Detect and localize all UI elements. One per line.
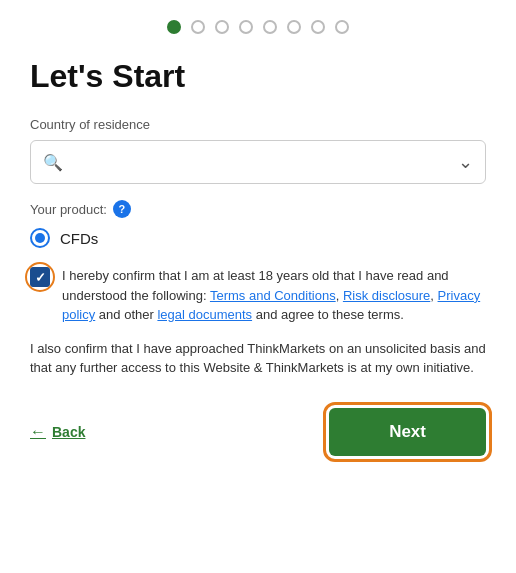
risk-link[interactable]: Risk disclosure — [343, 288, 430, 303]
consent-text-2: I also confirm that I have approached Th… — [30, 339, 486, 378]
checkbox-wrap: ✓ — [30, 267, 50, 287]
radio-cfds-label: CFDs — [60, 230, 98, 247]
step-dot-2 — [191, 20, 205, 34]
legal-link[interactable]: legal documents — [157, 307, 252, 322]
checkmark-icon: ✓ — [35, 271, 46, 284]
back-button[interactable]: ← Back — [30, 423, 85, 441]
back-arrow-icon: ← — [30, 423, 46, 441]
chevron-down-icon: ⌄ — [458, 151, 473, 173]
product-radio-cfds[interactable]: CFDs — [30, 228, 486, 248]
step-dot-6 — [287, 20, 301, 34]
step-dot-3 — [215, 20, 229, 34]
radio-cfds[interactable] — [30, 228, 50, 248]
step-dot-5 — [263, 20, 277, 34]
country-label: Country of residence — [30, 117, 486, 132]
page-title: Let's Start — [30, 58, 486, 95]
product-label-row: Your product: ? — [30, 200, 486, 218]
step-dot-4 — [239, 20, 253, 34]
radio-inner — [35, 233, 45, 243]
consent-row: ✓ I hereby confirm that I am at least 18… — [30, 266, 486, 325]
consent-checkbox[interactable]: ✓ — [30, 267, 50, 287]
search-icon: 🔍 — [43, 153, 63, 172]
footer-row: ← Back Next — [30, 408, 486, 456]
terms-link[interactable]: Terms and Conditions — [210, 288, 336, 303]
country-dropdown[interactable]: 🔍 ⌄ — [30, 140, 486, 184]
help-icon[interactable]: ? — [113, 200, 131, 218]
back-label: Back — [52, 424, 85, 440]
next-button[interactable]: Next — [329, 408, 486, 456]
stepper — [30, 20, 486, 34]
step-dot-7 — [311, 20, 325, 34]
step-dot-8 — [335, 20, 349, 34]
consent-text: I hereby confirm that I am at least 18 y… — [62, 266, 486, 325]
step-dot-1 — [167, 20, 181, 34]
product-label: Your product: — [30, 202, 107, 217]
